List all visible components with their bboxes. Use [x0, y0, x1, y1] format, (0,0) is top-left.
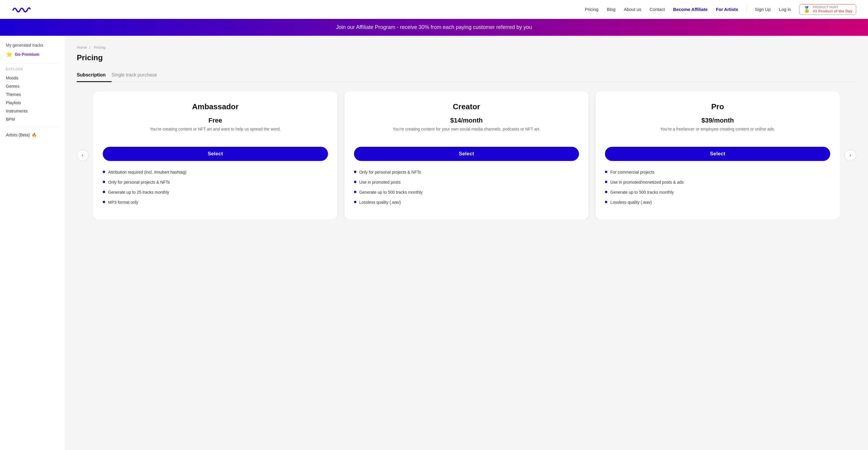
star-icon: ⭐ — [6, 51, 12, 58]
cards-container: Ambassador Free You're creating content … — [93, 92, 840, 219]
feature-item: Only for personal projects & NFTs — [354, 169, 579, 175]
nav-contact[interactable]: Contact — [650, 7, 665, 12]
feature-item: Lossless quality (.wav) — [354, 199, 579, 205]
select-ambassador[interactable]: Select — [103, 147, 328, 161]
select-pro[interactable]: Select — [605, 147, 830, 161]
nav-artists[interactable]: For Artists — [716, 7, 738, 12]
main-content: Home / Pricing Pricing Subscription Sing… — [65, 36, 868, 450]
feature-dot — [605, 201, 607, 203]
sidebar-item-moods[interactable]: Moods — [6, 74, 59, 82]
feature-item: Generate up to 25 tracks monthly — [103, 189, 328, 195]
feature-dot — [605, 191, 607, 193]
ph-title: #1 Product of the Day — [813, 9, 852, 13]
sidebar-divider-2 — [6, 127, 59, 127]
feature-item: Attribution required (incl. #mubert hash… — [103, 169, 328, 175]
sidebar-artists[interactable]: Artists (Beta) 🔥 — [6, 131, 59, 139]
sidebar-item-playlists[interactable]: Playlists — [6, 99, 59, 107]
plan-title-pro: Pro — [711, 102, 724, 111]
nav-pricing[interactable]: Pricing — [585, 7, 598, 12]
plan-desc-pro: You're a freelancer or employee creating… — [660, 126, 775, 140]
feature-dot — [354, 171, 356, 173]
feature-dot — [354, 191, 356, 193]
feature-dot — [605, 181, 607, 183]
feature-item: Use in promoted/monetized posts & ads — [605, 179, 830, 185]
fire-icon: 🔥 — [32, 132, 37, 137]
sidebar-item-themes[interactable]: Themes — [6, 90, 59, 99]
sidebar-item-genres[interactable]: Genres — [6, 82, 59, 90]
logo[interactable] — [12, 4, 31, 15]
plan-ambassador: Ambassador Free You're creating content … — [93, 92, 337, 219]
breadcrumb-separator: / — [89, 45, 90, 50]
navbar: Pricing Blog About us Contact Become Aff… — [0, 0, 868, 19]
sidebar-item-bpm[interactable]: BPM — [6, 115, 59, 123]
tabs: Subscription Single track purchase — [77, 69, 856, 82]
nav-blog[interactable]: Blog — [607, 7, 616, 12]
plan-price-pro: $39/month — [702, 117, 734, 124]
feature-dot — [354, 201, 356, 203]
explore-label: EXPLORE — [6, 67, 59, 71]
feature-item: Generate up to 500 tracks monthly — [354, 189, 579, 195]
nav-about[interactable]: About us — [624, 7, 641, 12]
feature-dot — [354, 181, 356, 183]
feature-item: Generate up to 500 tracks monthly — [605, 189, 830, 195]
sidebar: My generated tracks ⭐ Go Premium EXPLORE… — [0, 36, 65, 450]
select-creator[interactable]: Select — [354, 147, 579, 161]
plan-desc-ambassador: You're creating content or NFT art and w… — [150, 126, 281, 140]
nav-divider — [746, 6, 747, 12]
feature-item: MP3 format only — [103, 199, 328, 205]
sidebar-my-tracks: My generated tracks — [6, 43, 59, 48]
plan-pro: Pro $39/month You're a freelancer or emp… — [595, 92, 840, 219]
next-arrow[interactable]: › — [844, 149, 856, 161]
feature-dot — [103, 201, 105, 203]
breadcrumb-home[interactable]: Home — [77, 45, 87, 50]
nav-signup[interactable]: Sign Up — [755, 7, 771, 12]
product-hunt-badge[interactable]: 🏅 PRODUCT HUNT #1 Product of the Day — [799, 4, 856, 15]
sidebar-divider — [6, 63, 59, 64]
layout: My generated tracks ⭐ Go Premium EXPLORE… — [0, 36, 868, 450]
plan-desc-creator: You're creating content for your own soc… — [393, 126, 540, 140]
sidebar-item-instruments[interactable]: Instruments — [6, 107, 59, 115]
ph-label: PRODUCT HUNT — [813, 6, 852, 9]
nav-links: Pricing Blog About us Contact Become Aff… — [585, 4, 856, 15]
plan-features-ambassador: Attribution required (incl. #mubert hash… — [103, 169, 328, 210]
feature-dot — [103, 191, 105, 193]
feature-dot — [103, 181, 105, 183]
nav-affiliate[interactable]: Become Affiliate — [673, 7, 708, 12]
plan-price-creator: $14/month — [450, 117, 483, 124]
feature-item: Lossless quality (.wav) — [605, 199, 830, 205]
nav-login[interactable]: Log in — [779, 7, 791, 12]
feature-item: Use in promoted posts — [354, 179, 579, 185]
pricing-area: ‹ Ambassador Free You're creating conten… — [77, 92, 856, 219]
feature-dot — [103, 171, 105, 173]
feature-item: For commercial projects — [605, 169, 830, 175]
plan-creator: Creator $14/month You're creating conten… — [345, 92, 589, 219]
plan-features-creator: Only for personal projects & NFTs Use in… — [354, 169, 579, 210]
feature-item: Only for personal projects & NFTs — [103, 179, 328, 185]
breadcrumb-current: Pricing — [94, 45, 106, 50]
tab-single-track[interactable]: Single track purchase — [112, 69, 163, 82]
prev-arrow[interactable]: ‹ — [77, 149, 89, 161]
affiliate-banner[interactable]: Join our Affiliate Program - receive 30%… — [0, 19, 868, 36]
tab-subscription[interactable]: Subscription — [77, 69, 112, 82]
breadcrumb: Home / Pricing — [77, 45, 856, 50]
plan-title-creator: Creator — [453, 102, 480, 111]
feature-dot — [605, 171, 607, 173]
plan-price-ambassador: Free — [209, 117, 222, 124]
plan-features-pro: For commercial projects Use in promoted/… — [605, 169, 830, 210]
plan-title-ambassador: Ambassador — [192, 102, 239, 111]
page-title: Pricing — [77, 53, 856, 62]
sidebar-go-premium[interactable]: ⭐ Go Premium — [6, 51, 59, 58]
